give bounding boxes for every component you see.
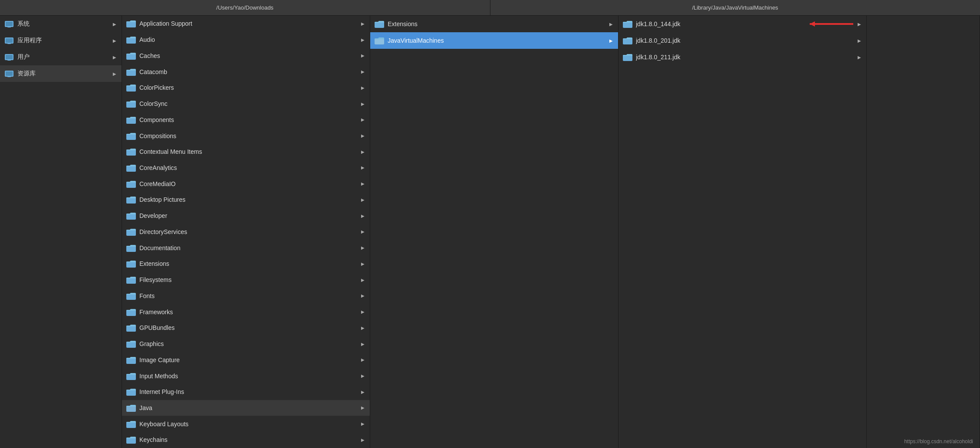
folder-icon: [623, 37, 632, 44]
folder-label: Keyboard Layouts: [139, 421, 358, 428]
svg-rect-34: [126, 358, 136, 364]
library-folder-item-4[interactable]: ColorPickers▶: [122, 80, 370, 96]
folder-label: Desktop Pictures: [139, 196, 358, 203]
sidebar-item-0[interactable]: 系统▶: [0, 16, 122, 32]
chevron-right-icon: ▶: [360, 37, 365, 42]
svg-rect-6: [7, 43, 11, 44]
folder-label: GPUBundles: [139, 324, 358, 331]
svg-rect-37: [126, 406, 136, 412]
library-folder-item-5[interactable]: ColorSync▶: [122, 96, 370, 112]
sidebar-item-label: 应用程序: [17, 37, 110, 44]
folder-label: Contextual Menu Items: [139, 148, 358, 155]
column-4: jdk1.8.0_144.jdk▶ jdk1.8.0_201.jdk▶ jdk1…: [618, 16, 867, 448]
chevron-right-icon: ▶: [360, 373, 365, 379]
folder-icon: [126, 244, 136, 252]
chevron-right-icon: ▶: [360, 277, 365, 282]
chevron-right-icon: ▶: [360, 325, 365, 330]
library-folder-item-0[interactable]: Application Support▶: [122, 16, 370, 32]
library-folder-item-6[interactable]: Components▶: [122, 112, 370, 128]
svg-rect-12: [7, 76, 11, 77]
folder-label: Image Capture: [139, 356, 358, 363]
library-folder-item-18[interactable]: Frameworks▶: [122, 304, 370, 320]
svg-rect-39: [126, 438, 136, 444]
col3-folder-item-0[interactable]: Extensions▶: [370, 16, 618, 32]
folder-icon: [126, 116, 136, 124]
svg-rect-8: [6, 55, 13, 59]
folder-icon: [126, 308, 136, 316]
library-folder-item-20[interactable]: Graphics▶: [122, 336, 370, 352]
title-left: /Users/Yao/Downloads: [0, 0, 490, 15]
library-folder-item-1[interactable]: Audio▶: [122, 32, 370, 48]
chevron-right-icon: ▶: [360, 181, 365, 187]
chevron-right-icon: ▶: [360, 309, 365, 315]
library-folder-item-26[interactable]: Keychains▶: [122, 432, 370, 448]
library-folder-item-12[interactable]: Developer▶: [122, 208, 370, 224]
folder-icon: [126, 356, 136, 364]
sidebar-item-2[interactable]: 用户▶: [0, 49, 122, 65]
chevron-right-icon: ▶: [360, 165, 365, 170]
folder-label: Documentation: [139, 244, 358, 251]
folder-label: ColorSync: [139, 100, 358, 107]
folder-icon: [126, 324, 136, 332]
library-folder-item-19[interactable]: GPUBundles▶: [122, 320, 370, 336]
sidebar-item-label: 资源库: [17, 70, 110, 78]
svg-rect-33: [126, 342, 136, 348]
jdk-folder-item-0[interactable]: jdk1.8.0_144.jdk▶: [618, 16, 866, 32]
svg-rect-5: [6, 38, 13, 43]
library-folder-item-22[interactable]: Input Methods▶: [122, 368, 370, 384]
svg-rect-17: [126, 85, 136, 92]
svg-rect-40: [375, 22, 384, 28]
library-folder-item-13[interactable]: DirectoryServices▶: [122, 224, 370, 240]
library-folder-item-14[interactable]: Documentation▶: [122, 240, 370, 256]
folder-icon: [623, 20, 632, 28]
folder-icon: [126, 132, 136, 140]
chevron-right-icon: ▶: [112, 71, 117, 76]
column-3: Extensions▶ JavaVirtualMachines▶: [370, 16, 618, 448]
library-folder-item-15[interactable]: Extensions▶: [122, 256, 370, 272]
library-folder-item-23[interactable]: Internet Plug-Ins▶: [122, 384, 370, 400]
folder-label: Internet Plug-Ins: [139, 388, 358, 395]
svg-rect-29: [126, 278, 136, 284]
svg-rect-23: [126, 182, 136, 188]
library-folder-item-3[interactable]: Catacomb▶: [122, 64, 370, 80]
folder-label: Catacomb: [139, 68, 358, 75]
column-5: [867, 16, 980, 448]
sidebar-item-1[interactable]: 应用程序▶: [0, 32, 122, 49]
library-folder-item-16[interactable]: Filesystems▶: [122, 272, 370, 288]
folder-label: Compositions: [139, 132, 358, 139]
library-folder-item-8[interactable]: Contextual Menu Items▶: [122, 144, 370, 160]
library-folder-item-24[interactable]: Java▶: [122, 400, 370, 416]
library-folder-item-21[interactable]: Image Capture▶: [122, 352, 370, 368]
col3-folder-item-1[interactable]: JavaVirtualMachines▶: [370, 32, 618, 49]
chevron-right-icon: ▶: [360, 421, 365, 427]
column-1: 系统▶ 应用程序▶ 用户▶ 资源库▶: [0, 16, 122, 448]
folder-label: Filesystems: [139, 276, 358, 283]
chevron-right-icon: ▶: [360, 405, 365, 411]
library-folder-item-7[interactable]: Compositions▶: [122, 128, 370, 144]
chevron-right-icon: ▶: [360, 117, 365, 122]
library-folder-item-2[interactable]: Caches▶: [122, 48, 370, 64]
folder-icon: [126, 212, 136, 220]
folder-label: JavaVirtualMachines: [388, 37, 607, 44]
jdk-folder-item-1[interactable]: jdk1.8.0_201.jdk▶: [618, 32, 866, 49]
library-folder-item-17[interactable]: Fonts▶: [122, 288, 370, 304]
svg-rect-27: [126, 246, 136, 252]
folder-label: CoreAnalytics: [139, 164, 358, 171]
folder-icon: [126, 260, 136, 268]
chevron-right-icon: ▶: [112, 21, 117, 27]
folder-label: Java: [139, 404, 358, 411]
chevron-right-icon: ▶: [360, 245, 365, 251]
library-folder-item-10[interactable]: CoreMediaIO▶: [122, 176, 370, 192]
sys-folder-icon: [4, 70, 14, 78]
folder-label: Application Support: [139, 20, 358, 27]
sidebar-item-3[interactable]: 资源库▶: [0, 65, 122, 82]
finder-body: 系统▶ 应用程序▶ 用户▶ 资源库▶ Application Support▶ …: [0, 16, 980, 448]
library-folder-item-9[interactable]: CoreAnalytics▶: [122, 160, 370, 176]
library-folder-item-25[interactable]: Keyboard Layouts▶: [122, 416, 370, 432]
svg-rect-26: [126, 230, 136, 236]
jdk-folder-item-2[interactable]: jdk1.8.0_211.jdk▶: [618, 49, 866, 65]
chevron-right-icon: ▶: [360, 101, 365, 106]
folder-icon: [126, 164, 136, 172]
library-folder-item-11[interactable]: Desktop Pictures▶: [122, 192, 370, 208]
folder-icon: [126, 180, 136, 188]
